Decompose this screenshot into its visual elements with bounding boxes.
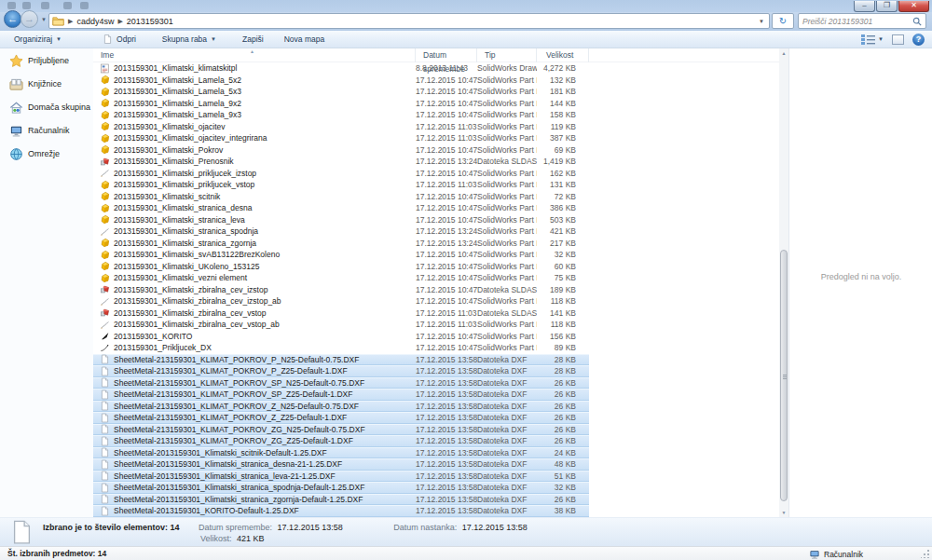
table-row[interactable]: 2013159301_Klimatski_stranica_desna17.12… [93, 202, 589, 214]
date-modified: 17.12.2015 13:58 [416, 355, 477, 364]
table-row[interactable]: 2013159301_Prikljucek_DX17.12.2015 10:47… [93, 342, 589, 354]
table-row[interactable]: SheetMetal-2013159301_Klimatski_stranica… [93, 471, 589, 483]
address-bar[interactable]: ▶ caddy4sw ▶ 2013159301 ▼ [48, 13, 770, 29]
file-name: 2013159301_Prikljucek_DX [114, 343, 416, 352]
column-header-velikost[interactable]: Velikost [539, 48, 589, 62]
file-type: SolidWorks Part D... [477, 262, 537, 271]
breadcrumb-segment[interactable]: caddy4sw [76, 17, 114, 26]
file-size: 72 KB [537, 192, 585, 201]
sidebar-item-knji-nice[interactable]: Knjižnice [9, 77, 93, 90]
table-row[interactable]: 2013159301_Klimatski_Lamela_9x217.12.201… [93, 98, 589, 110]
table-row[interactable]: 2013159301_Klimatski_zbiralna_cev_vstop_… [93, 319, 589, 331]
table-row[interactable]: SheetMetal-2013159301_Klimatski_stranica… [93, 458, 589, 471]
date-modified: 17.12.2015 13:58 [416, 495, 477, 504]
burn-button[interactable]: Zapiši [236, 31, 270, 48]
change-view-button[interactable]: ▼ [861, 34, 884, 45]
recent-pages-dropdown-icon[interactable]: ▼ [41, 17, 47, 22]
scrollbar-thumb[interactable] [780, 250, 788, 501]
table-row[interactable]: 2013159301_KORITO17.12.2015 10:47SolidWo… [93, 331, 589, 343]
table-row[interactable]: SheetMetal-2013159301_Klimatski_stranica… [93, 482, 589, 494]
table-row[interactable]: 2013159301_Klimatski_prikljucek_vstop17.… [93, 179, 589, 191]
table-row[interactable]: SheetMetal-213159301_KLIMAT_POKROV_ZG_N2… [93, 424, 589, 436]
table-row[interactable]: 2013159301_Klimatski_zbiralna_cev_vstop1… [93, 307, 589, 320]
preview-pane-button[interactable] [892, 34, 904, 45]
table-row[interactable]: 2013159301_Klimatski_prikljucek_izstop17… [93, 168, 589, 180]
file-type: SolidWorks Part D... [477, 215, 537, 225]
resize-grip[interactable] [921, 549, 930, 558]
table-row[interactable]: SheetMetal-2013159301_Klimatski_stranica… [93, 494, 589, 506]
part-icon [100, 75, 110, 85]
table-row[interactable]: 2013159301_Klimatski_zbiralna_cev_izstop… [93, 295, 589, 307]
sidebar-item-omre-je[interactable]: Omrežje [9, 147, 93, 160]
part-icon [100, 110, 110, 120]
close-button[interactable]: ✕ [898, 1, 929, 12]
table-row[interactable]: SheetMetal-2013159301_KORITO-Default-1.2… [93, 505, 589, 517]
table-row[interactable]: SheetMetal-213159301_KLIMAT_POKROV_P_N25… [93, 354, 589, 366]
table-row[interactable]: SheetMetal-213159301_KLIMAT_POKROV_ZG_Z2… [93, 435, 589, 447]
table-row[interactable]: 2013159301_Klimatski_klimatskitpl8.8.201… [93, 62, 589, 75]
minimize-button[interactable]: – [854, 1, 875, 12]
file-name: SheetMetal-2013159301_Klimatski_stranica… [114, 471, 416, 481]
table-row[interactable]: 2013159301_Klimatski_stranica_leva17.12.… [93, 214, 589, 226]
sidebar-item-ra-unalnik[interactable]: Računalnik [9, 124, 93, 137]
file-size: 181 KB [537, 87, 585, 96]
address-dropdown-icon[interactable]: ▼ [759, 19, 766, 24]
file-size: 132 KB [537, 75, 585, 85]
table-row[interactable]: SheetMetal-213159301_KLIMAT_POKROV_Z_Z25… [93, 412, 589, 424]
table-row[interactable]: 2013159301_Klimatski_Pokrov17.12.2015 10… [93, 144, 589, 157]
sidebar-item-doma-a-skupina[interactable]: Domača skupina [9, 101, 93, 114]
maximize-button[interactable]: ❐ [876, 1, 898, 12]
breadcrumb-segment[interactable]: 2013159301 [127, 17, 173, 26]
forward-button[interactable]: → [21, 10, 38, 28]
assembly-icon [100, 284, 110, 294]
table-row[interactable]: SheetMetal-213159301_KLIMAT_POKROV_P_Z25… [93, 365, 589, 377]
file-name: 2013159301_Klimatski_prikljucek_vstop [114, 180, 416, 189]
help-button[interactable]: ? [912, 34, 925, 46]
table-row[interactable]: 2013159301_Klimatski_Prenosnik17.12.2015… [93, 156, 589, 168]
column-header-tip[interactable]: Tip [477, 48, 537, 62]
table-row[interactable]: 2013159301_Klimatski_UKoleno_15312517.12… [93, 261, 589, 273]
table-row[interactable]: SheetMetal-2013159301_Klimatski_scitnik-… [93, 447, 589, 459]
table-row[interactable]: 2013159301_Klimatski_svAB13122BrezKoleno… [93, 249, 589, 261]
part-icon [100, 191, 110, 201]
table-row[interactable]: SheetMetal-213159301_KLIMAT_POKROV_SP_N2… [93, 377, 589, 389]
file-size: 162 KB [537, 169, 585, 178]
table-row[interactable]: 2013159301_Klimatski_Lamela_5x317.12.201… [93, 86, 589, 98]
file-type: SolidWorks Part D... [477, 250, 537, 259]
vertical-scrollbar[interactable]: ▲ ▼ [779, 48, 788, 517]
back-button[interactable]: ← [4, 10, 21, 28]
search-input[interactable]: Preišči 2013159301 [802, 17, 912, 26]
scroll-up-icon[interactable]: ▲ [779, 48, 788, 58]
table-row[interactable]: 2013159301_Klimatski_stranica_zgornja17.… [93, 238, 589, 250]
open-button[interactable]: Odpri [96, 31, 143, 48]
organize-button[interactable]: Organiziraj▼ [7, 31, 68, 48]
part-icon [100, 214, 110, 225]
file-name: 2013159301_Klimatski_zbiralna_cev_izstop… [114, 296, 416, 306]
table-row[interactable]: 2013159301_Klimatski_scitnik17.12.2015 1… [93, 191, 589, 203]
table-row[interactable]: SheetMetal-213159301_KLIMAT_POKROV_SP_Z2… [93, 389, 589, 401]
new-folder-button[interactable]: Nova mapa [278, 31, 331, 48]
table-row[interactable]: SheetMetal-213159301_KLIMAT_POKROV_Z_N25… [93, 401, 589, 413]
table-row[interactable]: 2013159301_Klimatski_ojacitev17.12.2015 … [93, 121, 589, 133]
column-header-datum-spremembe[interactable]: Datum spremembe [416, 48, 477, 62]
date-modified: 17.12.2015 10:47 [416, 192, 477, 201]
file-type: SolidWorks Part D... [477, 320, 537, 329]
dxf-icon [100, 494, 110, 504]
date-modified: 17.12.2015 10:47 [416, 169, 477, 178]
search-box[interactable]: Preišči 2013159301 [798, 13, 926, 29]
table-row[interactable]: 2013159301_Klimatski_Lamela_5x217.12.201… [93, 75, 589, 87]
table-row[interactable]: 2013159301_Klimatski_Lamela_9x317.12.201… [93, 109, 589, 121]
table-row[interactable]: 2013159301_Klimatski_ojacitev_integriran… [93, 132, 589, 144]
file-name: SheetMetal-2013159301_Klimatski_stranica… [114, 483, 416, 492]
column-header-ime[interactable]: Ime [93, 48, 416, 62]
file-name: 2013159301_Klimatski_zbiralna_cev_izstop [114, 285, 416, 294]
file-size: 189 KB [537, 285, 585, 294]
table-row[interactable]: 2013159301_Klimatski_vezni element17.12.… [93, 272, 589, 284]
table-row[interactable]: 2013159301_Klimatski_stranica_spodnja17.… [93, 225, 589, 238]
share-button[interactable]: Skupna raba▼ [156, 31, 223, 48]
table-row[interactable]: 2013159301_Klimatski_zbiralna_cev_izstop… [93, 284, 589, 296]
file-type: SolidWorks Part D... [477, 180, 537, 189]
sidebar-item-priljubljene[interactable]: Priljubljene [9, 54, 93, 67]
refresh-button[interactable]: ↻ [772, 13, 794, 29]
scroll-down-icon[interactable]: ▼ [779, 508, 788, 517]
